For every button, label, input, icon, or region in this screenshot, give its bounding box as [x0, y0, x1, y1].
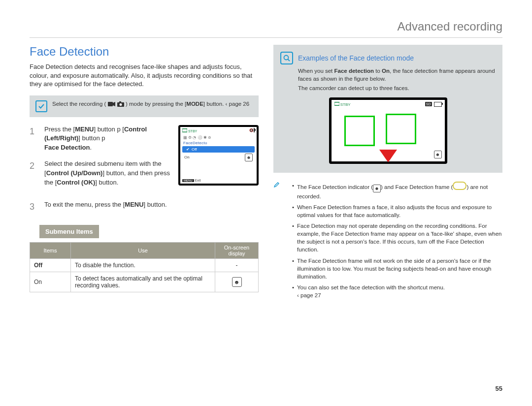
note-item: Face Detection may not operate depending…: [292, 222, 502, 253]
video-mode-icon: [108, 101, 116, 107]
note-item: The Face Detection frame will not work o…: [292, 257, 502, 281]
red-arrow-icon: [379, 150, 397, 162]
no-sound-icon: 🔇: [249, 128, 254, 132]
section-title: Face Detection: [30, 45, 259, 59]
col-display: On-screen display: [215, 242, 259, 258]
section-intro: Face Detection detects and recognises fa…: [30, 62, 259, 89]
notes-section: The Face Detection indicator (☻) and Fac…: [273, 182, 502, 302]
svg-rect-10: [334, 102, 339, 103]
lcd-option-on: On☻: [180, 153, 257, 162]
face-detection-icon: ☻: [245, 154, 253, 161]
face-frame-icon: [453, 182, 466, 190]
example-lcd: STBY SD ☻: [329, 97, 447, 164]
col-use: Use: [71, 242, 215, 258]
face-detection-icon: ☻: [434, 151, 442, 158]
note-item: The Face Detection indicator (☻) and Fac…: [292, 182, 502, 200]
note-item: You can also set the face detection with…: [292, 283, 502, 299]
svg-point-3: [119, 103, 122, 106]
note-pencil-icon: [273, 183, 280, 189]
lcd-option-off: ✔Off: [182, 146, 255, 153]
svg-point-7: [284, 56, 289, 60]
page-header: Advanced recording: [30, 20, 502, 38]
note-item: When Face Detection frames a face, it al…: [292, 203, 502, 219]
lcd-menu-preview: STBY 🔇 ▦ ⚙ ◔ ⚪ ✱ ⊚ FaceDetecto ✔Off On☻ …: [178, 125, 259, 186]
svg-rect-2: [119, 101, 121, 103]
film-strip-icon: [334, 102, 339, 106]
table-row: Off To disable the function. -: [30, 258, 259, 272]
svg-line-8: [288, 60, 290, 62]
examples-title: Examples of the Face detection mode: [298, 54, 414, 62]
battery-icon: [434, 102, 442, 107]
photo-mode-icon: [117, 101, 124, 107]
header-title: Advanced recording: [30, 20, 502, 33]
table-row: On To detect faces automatically and set…: [30, 272, 259, 292]
submenu-items-header: Submenu Items: [39, 225, 99, 238]
page-number: 55: [496, 385, 502, 392]
step-3: To exit the menu, press the [MENU] butto…: [30, 200, 259, 213]
face-detection-icon: ☻: [373, 185, 381, 192]
col-items: Items: [30, 242, 71, 258]
film-strip-icon: STBY: [182, 128, 197, 133]
svg-rect-6: [182, 131, 187, 132]
svg-rect-11: [334, 105, 339, 106]
svg-rect-0: [108, 102, 113, 106]
lcd-menu-title: FaceDetecto: [180, 141, 257, 146]
examples-text-1: When you set Face detection to On, the f…: [298, 67, 496, 83]
sd-card-icon: SD: [425, 102, 432, 106]
face-detection-icon: ☻: [232, 277, 242, 287]
examples-text-2: The camcorder can detect up to three fac…: [298, 85, 496, 93]
submenu-table: Items Use On-screen display Off To disab…: [30, 242, 259, 292]
magnifier-icon: [280, 52, 293, 64]
battery-icon: [254, 128, 255, 132]
mode-select-note: Select the recording ( ) mode by pressin…: [30, 95, 259, 117]
svg-rect-5: [182, 128, 187, 129]
menu-icon-row: ▦ ⚙ ◔ ⚪ ✱ ⊚: [180, 134, 257, 141]
step-1: Press the [MENU] button p [Control (Left…: [30, 125, 172, 153]
check-icon: [35, 100, 47, 112]
step-2: Select the desired submenu item with the…: [30, 159, 172, 187]
examples-panel: Examples of the Face detection mode When…: [273, 45, 502, 173]
mode-note-text: Select the recording ( ) mode by pressin…: [52, 100, 249, 108]
